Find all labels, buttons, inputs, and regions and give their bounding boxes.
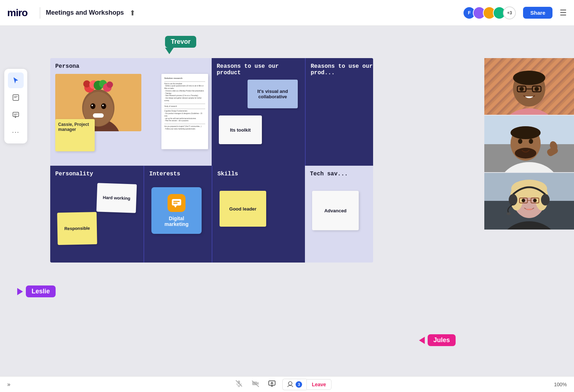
chat-icon-wrapper xyxy=(168,194,185,212)
svg-point-38 xyxy=(535,87,539,91)
svg-point-56 xyxy=(509,194,517,206)
svg-point-15 xyxy=(102,105,104,106)
avatar-group: F +3 xyxy=(463,6,516,19)
leslie-arrow xyxy=(17,288,23,295)
interests-title: Interests xyxy=(149,171,207,177)
comment-tool[interactable] xyxy=(8,107,24,123)
sticky-hard-working: Hard working xyxy=(97,183,137,213)
skills-title: Skills xyxy=(217,171,300,177)
svg-point-5 xyxy=(83,80,90,88)
svg-rect-11 xyxy=(93,113,104,118)
reasons2-cell: Reasons to use our prod... xyxy=(305,58,373,166)
svg-point-12 xyxy=(90,103,95,109)
interests-cell: Interests Digital marketing xyxy=(144,166,212,263)
persona-title: Persona xyxy=(55,63,207,70)
trevor-cursor: Trevor xyxy=(165,36,196,54)
share-button[interactable]: Share xyxy=(523,7,552,19)
techsav-title: Tech sav... xyxy=(310,171,373,177)
participants-button[interactable]: 3 xyxy=(282,379,306,390)
digital-marketing-card: Digital marketing xyxy=(151,187,202,234)
svg-point-13 xyxy=(101,103,106,109)
avatar-plus[interactable]: +3 xyxy=(503,6,516,19)
svg-marker-69 xyxy=(257,382,259,385)
svg-rect-18 xyxy=(173,201,180,202)
svg-rect-23 xyxy=(13,112,19,117)
header-right: F +3 Share ☰ xyxy=(463,6,567,19)
cursor-tool[interactable] xyxy=(8,72,24,88)
svg-point-45 xyxy=(511,126,541,139)
techsav-cell: Tech sav... Advanced xyxy=(305,166,373,263)
upload-button[interactable]: ⬆ xyxy=(130,9,136,17)
trevor-arrow xyxy=(165,48,174,54)
mic-button[interactable] xyxy=(233,377,245,391)
svg-point-33 xyxy=(513,71,545,85)
zoom-level: 100% xyxy=(554,382,567,387)
sticky-advanced: Advanced xyxy=(312,191,359,230)
left-toolbar: ··· xyxy=(4,69,27,143)
header-divider xyxy=(40,7,40,19)
bottom-bar: » xyxy=(0,376,574,392)
svg-point-37 xyxy=(519,87,524,91)
sticky-toolkit: Its toolkit xyxy=(219,115,262,144)
reasons-cell: Reasons to use our product It's visual a… xyxy=(212,58,305,166)
jules-arrow xyxy=(419,337,425,344)
video-panel-1 xyxy=(484,58,574,115)
leslie-cursor: Leslie xyxy=(17,285,56,297)
menu-button[interactable]: ☰ xyxy=(560,8,567,18)
video-panel-3 xyxy=(484,173,574,230)
canvas[interactable]: Trevor Leslie Jules Persona xyxy=(0,26,574,376)
header: miro Meetings and Workshops ⬆ F +3 Share… xyxy=(0,0,574,26)
svg-rect-16 xyxy=(172,199,181,206)
sticky-tool[interactable] xyxy=(8,90,24,105)
user-count-badge: 3 xyxy=(296,381,302,388)
screen-share-button[interactable] xyxy=(266,377,278,391)
sticky-good-leader: Good leader xyxy=(220,191,266,227)
jules-cursor: Jules xyxy=(419,334,456,346)
svg-point-58 xyxy=(507,212,511,215)
doc-sticky: Solution research How to use this templa… xyxy=(161,74,208,149)
reasons-title: Reasons to use our product xyxy=(217,63,300,76)
video-panels xyxy=(484,58,574,230)
board-title: Meetings and Workshops xyxy=(46,9,124,16)
sticky-visual-collab: It's visual and collaborative xyxy=(248,80,298,108)
personality-title: Personality xyxy=(55,171,138,177)
svg-point-47 xyxy=(518,139,522,144)
reasons2-title: Reasons to use our prod... xyxy=(311,63,373,76)
svg-point-10 xyxy=(107,81,113,88)
sticky-responsible: Responsible xyxy=(57,212,97,245)
svg-point-57 xyxy=(541,194,550,206)
video-panel-2 xyxy=(484,115,574,172)
svg-point-48 xyxy=(529,139,533,144)
leave-button-group: 3 Leave xyxy=(282,379,331,390)
leslie-label: Leslie xyxy=(26,285,56,297)
svg-point-14 xyxy=(91,105,93,106)
expand-panel-button[interactable]: » xyxy=(7,381,10,388)
svg-marker-17 xyxy=(174,206,177,208)
leave-button[interactable]: Leave xyxy=(306,379,331,390)
svg-point-46 xyxy=(515,148,536,159)
svg-point-62 xyxy=(522,199,525,202)
svg-rect-19 xyxy=(173,203,178,204)
jules-label: Jules xyxy=(428,334,456,346)
camera-button[interactable] xyxy=(249,377,262,391)
bottom-controls: 3 Leave xyxy=(233,377,331,391)
persona-sticky: Cassie, Project manager xyxy=(55,119,95,151)
svg-point-75 xyxy=(288,382,292,385)
personality-cell: Personality Hard working Responsible xyxy=(50,166,144,263)
svg-point-63 xyxy=(533,199,537,202)
trevor-label: Trevor xyxy=(165,36,196,48)
svg-marker-24 xyxy=(14,117,17,118)
board-grid: Persona xyxy=(50,58,373,263)
more-tool[interactable]: ··· xyxy=(8,124,24,140)
skills-cell: Skills Good leader xyxy=(212,166,305,263)
persona-cell: Persona xyxy=(50,58,212,166)
miro-logo: miro xyxy=(7,7,28,19)
